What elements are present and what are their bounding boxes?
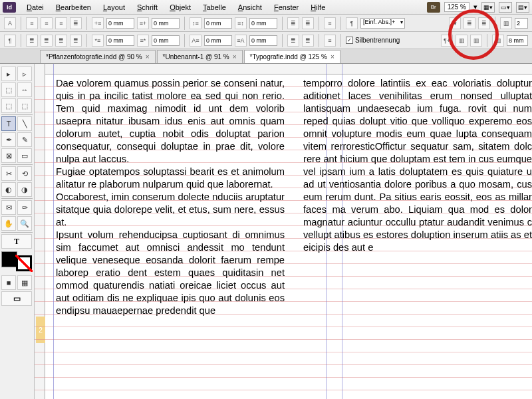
menu-tabelle[interactable]: Tabelle <box>198 1 231 13</box>
list-icon[interactable]: ≡ <box>324 17 336 29</box>
pencil-tool[interactable]: ✎ <box>17 132 32 147</box>
paragraph[interactable]: temporro dolore latintiis ex eac voloria… <box>303 77 532 254</box>
menu-bearbeiten[interactable]: Bearbeiten <box>51 1 96 13</box>
pen-tool[interactable]: ✒ <box>1 132 16 147</box>
menu-objekt[interactable]: Objekt <box>164 1 196 13</box>
balance1-icon[interactable]: ▥ <box>456 35 467 47</box>
rectangle-tool[interactable]: ▭ <box>17 148 32 163</box>
gradient-feather-tool[interactable]: ◑ <box>17 182 32 197</box>
flyout2-icon[interactable]: ¶+ <box>441 35 453 47</box>
text-column-2[interactable]: temporro dolore latintiis ex eac voloria… <box>303 77 532 399</box>
menu-layout[interactable]: Layout <box>98 1 130 13</box>
span2-icon[interactable]: ≣ <box>478 17 490 29</box>
menu-schrift[interactable]: Schrift <box>132 1 163 13</box>
align-right-icon[interactable]: ≡ <box>55 17 67 29</box>
para-style-dropdown[interactable]: [Einf. Abs.]+ <box>360 18 405 29</box>
apply-color-icon[interactable]: ■ <box>1 275 16 290</box>
line-tool[interactable]: ╲ <box>17 116 32 131</box>
document-canvas[interactable]: 2 Dae volorem quamus possin perior se co… <box>35 64 532 399</box>
vertical-ruler[interactable] <box>35 64 45 399</box>
baseline-icon[interactable]: ≣ <box>302 17 314 29</box>
gap-tool[interactable]: ↔ <box>17 82 32 97</box>
paragraph[interactable]: Occaborest, imin conserum dolecte nducii… <box>56 191 285 229</box>
free-transform-tool[interactable]: ⟲ <box>17 166 32 181</box>
view-options-icon[interactable]: ▦▾ <box>481 2 495 13</box>
align-justify-all-icon[interactable]: ≣ <box>70 35 82 47</box>
paragraph[interactable]: Ipsunt volum rehenducipsa cuptiosant di … <box>56 229 285 317</box>
fill-stroke-default[interactable]: T <box>1 234 32 249</box>
zoom-level[interactable]: 125 % <box>444 2 469 12</box>
dropcap-icon[interactable]: ≣ <box>287 17 299 29</box>
close-icon[interactable]: × <box>146 53 150 61</box>
text-column-1[interactable]: Dae volorem quamus possin perior se cons… <box>56 77 285 399</box>
paragraph[interactable]: Dae volorem quamus possin perior se cons… <box>56 77 285 166</box>
dropcap-lines-field[interactable] <box>204 35 232 46</box>
para-mode-button[interactable]: ¶ <box>4 35 16 47</box>
menu-hilfe[interactable]: Hilfe <box>305 1 331 13</box>
align-left-icon[interactable]: ≡ <box>26 17 38 29</box>
last-line-indent-icon: ≡* <box>137 35 149 47</box>
span1-icon[interactable]: ≣ <box>464 17 475 29</box>
align-center-icon[interactable]: ≡ <box>41 17 53 29</box>
gradient-swatch-tool[interactable]: ◐ <box>1 182 16 197</box>
stroke-swatch[interactable] <box>16 255 32 271</box>
apply-gradient-icon[interactable]: ▦ <box>17 275 32 290</box>
align-justify-center-icon[interactable]: ≣ <box>41 35 53 47</box>
content-tool[interactable]: ⬚ <box>1 98 16 113</box>
align-justify-icon[interactable]: ≣ <box>70 17 82 29</box>
direct-selection-tool[interactable]: ▹ <box>17 66 32 81</box>
type-tool[interactable]: T <box>1 116 16 131</box>
bridge-icon[interactable]: Br <box>427 2 440 13</box>
tab-unbenannt[interactable]: *Unbenannt-1 @ 91 %× <box>157 50 243 63</box>
check-icon: ✓ <box>346 37 353 44</box>
close-icon[interactable]: × <box>233 53 237 61</box>
zoom-tool[interactable]: 🔍 <box>17 216 32 231</box>
fill-stroke-swatch[interactable] <box>1 251 32 271</box>
space-before-icon: ↕≡ <box>190 17 201 29</box>
rectangle-frame-tool[interactable]: ⊠ <box>1 148 16 163</box>
screen-mode-icon[interactable]: ▭▾ <box>499 2 512 13</box>
view-mode-normal[interactable]: ▭ <box>1 291 32 306</box>
columns-icon: ▥ <box>500 17 512 29</box>
last-line-field[interactable] <box>152 35 180 46</box>
page-tool[interactable]: ⬚ <box>1 82 16 97</box>
note-tool[interactable]: ✉ <box>1 200 16 215</box>
menu-ansicht[interactable]: Ansicht <box>233 1 267 13</box>
char-mode-button[interactable]: A <box>4 17 16 29</box>
first-line-field[interactable] <box>106 35 134 46</box>
columns-field[interactable] <box>515 18 528 29</box>
content-tool2[interactable]: ⬚ <box>17 98 32 113</box>
balance2-icon[interactable]: ▥ <box>470 35 482 47</box>
hand-tool[interactable]: ✋ <box>1 216 16 231</box>
menu-datei[interactable]: Datei <box>21 1 49 13</box>
gutter-field[interactable] <box>507 35 528 46</box>
space-before-field[interactable] <box>204 18 232 29</box>
tab-pflanzenfotografie[interactable]: *Pflanzenfotografie.indd @ 90 %× <box>40 50 156 63</box>
space-after-field[interactable] <box>249 18 277 29</box>
shading-icon[interactable]: ≡ <box>324 35 336 47</box>
align-justify-right-icon[interactable]: ≣ <box>55 35 67 47</box>
paragraph[interactable]: Fugiae optatempos soluptassi bearit es e… <box>56 166 285 191</box>
indent-left-field[interactable] <box>106 18 134 29</box>
align-justify-left-icon[interactable]: ≣ <box>26 35 38 47</box>
baseline-nosnap-icon[interactable]: ≣ <box>302 35 314 47</box>
horizontal-ruler[interactable] <box>45 64 532 74</box>
close-icon[interactable]: × <box>331 53 334 61</box>
dropcap-chars-field[interactable] <box>249 35 277 46</box>
space-after-icon: ≡↕ <box>235 17 247 29</box>
indent-right-field[interactable] <box>152 18 180 29</box>
menu-fenster[interactable]: Fenster <box>269 1 304 13</box>
zoom-dropdown-icon[interactable]: ▾ <box>473 3 477 11</box>
selection-tool[interactable]: ▸ <box>1 66 16 81</box>
arrange-icon[interactable]: ▤▾ <box>516 2 529 13</box>
flyout1-icon[interactable]: ▾ <box>449 17 461 29</box>
hyphenation-checkbox[interactable]: ✓ Silbentrennung <box>346 37 400 44</box>
tab-typografie[interactable]: *Typografie.indd @ 125 %× <box>244 50 340 63</box>
scissors-tool[interactable]: ✂ <box>1 166 16 181</box>
eyedropper-tool[interactable]: ✑ <box>17 200 32 215</box>
gutter-icon: ▥ <box>492 35 504 47</box>
baseline-snap-icon[interactable]: ≣ <box>287 35 299 47</box>
text-frame[interactable]: Dae volorem quamus possin perior se cons… <box>56 77 532 399</box>
control-bar-row2: ¶ ≣ ≣ ≣ ≣ *≡ ≡* A≡ ≡A ≣ ≣ ≡ ✓ Silbentren… <box>0 32 532 49</box>
dropcap-lines-icon: A≡ <box>190 35 201 47</box>
